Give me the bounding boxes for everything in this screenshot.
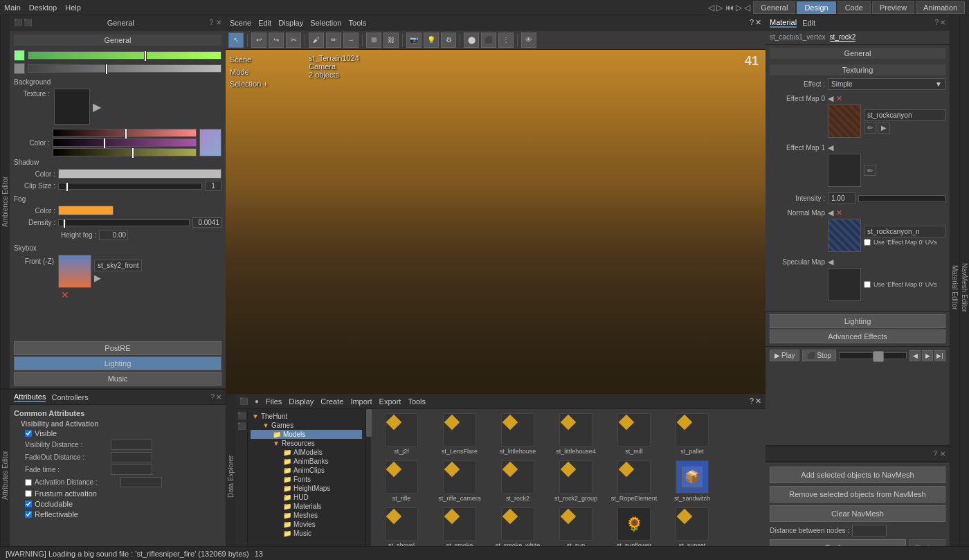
ambience-help-btn[interactable]: ? [209, 19, 213, 26]
tree-item-animclips[interactable]: 📁 AnimClips [251, 466, 362, 475]
effect-map1-arrow[interactable]: ◀ [828, 143, 833, 152]
activation-dist-checkbox[interactable] [25, 479, 32, 486]
tab-attributes[interactable]: Attributes [14, 392, 46, 402]
select-tool[interactable]: ↖ [228, 33, 244, 48]
file-st_mill[interactable]: st_mill [606, 412, 662, 456]
anim-next-btn[interactable]: ▶ [922, 350, 933, 361]
texture-arrow[interactable]: ▶ [93, 100, 101, 114]
visibility-dist-value[interactable]: 100.0 [111, 440, 152, 450]
scene-menu-edit[interactable]: Edit [258, 19, 271, 27]
tab-edit[interactable]: Edit [802, 19, 815, 27]
anim-prev-btn[interactable]: ◀ [909, 350, 921, 361]
navmesh-add-btn[interactable]: Add selected objects to NavMesh [770, 467, 945, 483]
tree-item-aimodels[interactable]: 📁 AIModels [251, 448, 362, 457]
music-btn[interactable]: Music [14, 372, 221, 386]
normal-map-x[interactable]: ✕ [836, 208, 842, 217]
fade-time-value[interactable]: 0.5 [111, 464, 152, 475]
scene-close-btn[interactable]: ✕ [755, 18, 761, 27]
tab-animation[interactable]: Animation [916, 1, 965, 14]
effect-map0-edit2[interactable]: ▶ [878, 123, 890, 134]
anim-end-btn[interactable]: ▶| [934, 350, 945, 361]
nav-icon-2[interactable]: ⬛ [237, 422, 246, 430]
ambience-close-btn[interactable]: ✕ [216, 19, 221, 26]
file-st_pallet[interactable]: st_pallet [664, 412, 720, 456]
file-st_rifle[interactable]: st_rifle [374, 459, 429, 503]
data-close-btn[interactable]: ✕ [755, 397, 761, 406]
menu-desktop[interactable]: Desktop [29, 3, 57, 12]
file-st_lensflare[interactable]: st_LensFlare [432, 412, 487, 456]
file-st_rock2_group[interactable]: st_rock2_group [548, 459, 604, 503]
tab-design[interactable]: Design [797, 1, 835, 14]
cube-tool[interactable]: ⬛ [481, 33, 496, 48]
skybox-arrow[interactable]: ▶ [94, 273, 142, 283]
data-menu-import[interactable]: Import [350, 397, 372, 406]
menu-main[interactable]: Main [4, 3, 21, 12]
attrs-close-btn[interactable]: ✕ [216, 393, 221, 401]
view-tool[interactable]: 👁 [521, 33, 536, 48]
tab-material[interactable]: Material [770, 18, 797, 28]
effect-map1-edit1[interactable]: ✏ [864, 165, 876, 176]
file-st_sun[interactable]: st_sun [548, 506, 604, 550]
anim-slider[interactable] [839, 352, 907, 359]
pencil-tool[interactable]: ✏ [326, 33, 341, 48]
file-st_sandwitch[interactable]: 📦 st_sandwitch [664, 459, 720, 503]
link-tool[interactable]: ⛓ [383, 33, 399, 48]
material-lighting-btn[interactable]: Lighting [770, 314, 945, 328]
data-nav-btn[interactable]: ⬛ [239, 397, 248, 405]
settings-tool[interactable]: ⚙ [441, 33, 456, 48]
data-menu-display[interactable]: Display [289, 397, 314, 406]
paint-tool[interactable]: 🖌 [309, 33, 324, 48]
attrs-help-btn[interactable]: ? [210, 393, 215, 401]
file-st_sunflower[interactable]: 🌻 st_sunflower [606, 506, 662, 550]
vertex-name-rock2[interactable]: st_rock2 [830, 33, 856, 42]
file-st_rifle_camera[interactable]: st_rifle_camera [432, 459, 487, 503]
reflectable-checkbox[interactable] [25, 511, 32, 518]
navmesh-clear-btn[interactable]: Clear NavMesh [770, 505, 945, 522]
file-st_sunset[interactable]: st_sunset [664, 506, 720, 550]
file-st_littlehouse[interactable]: st_littlehouse [490, 412, 545, 456]
data-menu-files[interactable]: Files [266, 397, 282, 406]
data-help-btn[interactable]: ? [750, 397, 754, 406]
data-nav-btn2[interactable]: ● [255, 397, 259, 405]
tree-item-thehunt[interactable]: ▼ TheHunt [251, 412, 362, 421]
tree-item-hud[interactable]: 📁 HUD [251, 493, 362, 502]
file-st_littlehouse4[interactable]: st_littlehouse4 [548, 412, 604, 456]
tree-item-movies[interactable]: 📁 Movies [251, 520, 362, 529]
file-st_smoke_white[interactable]: st_smoke_white [490, 506, 545, 550]
tree-item-materials[interactable]: 📁 Materials [251, 502, 362, 511]
cam-tool[interactable]: 📷 [406, 33, 422, 48]
sphere-tool[interactable]: ⬤ [464, 33, 479, 48]
skybox-x-btn[interactable]: ✕ [58, 289, 69, 300]
anim-thumb[interactable] [873, 351, 884, 362]
scene-menu-scene[interactable]: Scene [230, 19, 251, 27]
file-st_j2f[interactable]: st_j2f [374, 412, 429, 456]
tree-item-animbanks[interactable]: 📁 AnimBanks [251, 457, 362, 466]
effect-map0-x[interactable]: ✕ [836, 94, 842, 103]
effect-map0-edit1[interactable]: ✏ [864, 123, 876, 134]
tree-item-music[interactable]: 📁 Music [251, 529, 362, 538]
activation-dist-value[interactable]: 100.0 [120, 477, 162, 487]
file-st_rock2[interactable]: st_rock2 [490, 459, 545, 503]
data-menu-create[interactable]: Create [320, 397, 343, 406]
tab-code[interactable]: Code [837, 1, 871, 14]
tab-preview[interactable]: Preview [872, 1, 914, 14]
material-help-btn[interactable]: ? [934, 19, 939, 26]
postre-btn[interactable]: PostRE [14, 341, 221, 355]
navmesh-close-btn[interactable]: ✕ [940, 450, 945, 458]
tree-item-games[interactable]: ▼ Games [251, 421, 362, 430]
tab-general[interactable]: General [753, 1, 795, 14]
effect-map0-arrow[interactable]: ◀ [828, 94, 833, 103]
more-tool[interactable]: ⋮ [498, 33, 514, 48]
arrow-tool[interactable]: → [343, 33, 359, 48]
tree-item-models[interactable]: 📁 Models [251, 430, 362, 439]
redo-tool[interactable]: ↪ [269, 33, 284, 48]
navmesh-dist-value[interactable]: 0.50 [852, 525, 887, 536]
tree-item-heightmaps[interactable]: 📁 HeightMaps [251, 484, 362, 493]
data-menu-tools[interactable]: Tools [408, 397, 426, 406]
tree-item-meshes[interactable]: 📁 Meshes [251, 511, 362, 520]
file-st_shovel[interactable]: st_shovel [374, 506, 429, 550]
grid-tool[interactable]: ⊞ [366, 33, 381, 48]
vertex-name-cactus[interactable]: st_cactus1_vertex [770, 33, 826, 42]
file-st_smoke[interactable]: st_smoke [432, 506, 487, 550]
fadeout-dist-value[interactable]: 125.0 [111, 452, 152, 462]
